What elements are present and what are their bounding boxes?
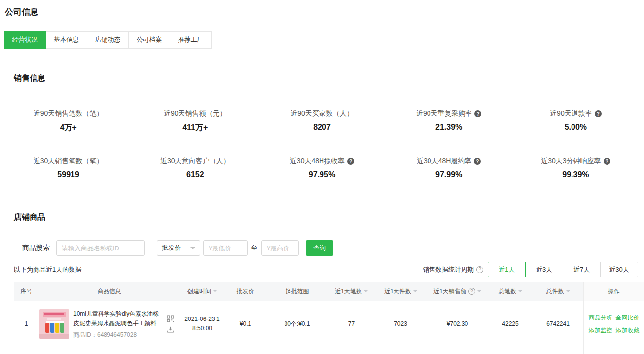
d1-items: 698 [375,347,427,354]
period-30day-button[interactable]: 近30天 [600,262,638,277]
stat-label: 近90天重复采购率 [416,109,472,118]
stat-label: 近90天销售额（元） [164,109,227,118]
help-icon[interactable] [474,158,481,165]
product-title[interactable]: 10ml儿童科学实验diy色素水油橡皮泥史莱姆水晶泥调色手工颜料 [73,309,163,328]
company-info-page: 公司信息 经营状况 基本信息 店铺动态 公司档案 推荐工厂 销售信息 近90天销… [0,0,644,354]
total-items: 752236 [533,347,583,354]
stat-30d-order-count: 近30天销售笔数（笔） 59919 [5,156,132,179]
product-image[interactable] [39,309,69,339]
help-icon[interactable] [604,158,610,165]
col-header-product-info: 商品信息 [38,282,180,301]
price-type-value: 批发价 [162,244,181,252]
actions-cell: 商品分析 全网比价 添加监控 添加收藏 [583,347,644,354]
search-input[interactable] [56,240,145,256]
sort-caret-icon[interactable] [566,290,570,294]
row-index: 1 [14,301,38,347]
col-header-created-time[interactable]: 创建时间 [180,282,224,301]
product-info-cell: 10ml儿童科学实验diy色素水油橡皮泥史莱姆水晶泥调色手工颜料 商品ID：64… [38,301,180,347]
stat-value: 4万+ [5,123,132,133]
stats-row-30d: 近30天销售笔数（笔） 59919 近30天意向客户（人） 6152 近30天4… [0,145,644,192]
col-header-index: 序号 [14,282,38,301]
page-title: 公司信息 [5,6,636,18]
period-3day-button[interactable]: 近3天 [525,262,563,277]
product-search-bar: 商品搜索 批发价 至 查询 [22,240,630,256]
stat-value: 97.99% [386,170,512,179]
col-header-wholesale-price: 批发价 [224,282,266,301]
to-label: 至 [251,244,258,252]
sort-caret-icon[interactable] [213,290,217,294]
product-id: 商品ID：648946457028 [73,331,163,339]
max-price-input[interactable] [261,240,299,256]
table-row: 1 10 [14,301,644,347]
stat-30d-3min-response-rate: 近30天3分钟响应率 99.39% [512,156,639,179]
help-icon[interactable] [347,158,354,165]
moq-range: 30个:¥0.1 [266,301,328,347]
min-price-input[interactable] [203,240,248,256]
download-icon[interactable] [167,326,174,333]
stat-label: 近30天销售笔数（笔） [34,157,104,166]
product-analysis-link[interactable]: 商品分析 [589,314,612,322]
d1-sales: ¥702.30 [427,301,488,347]
stat-value: 5.00% [512,123,639,132]
help-icon[interactable] [476,266,483,273]
price-type-select[interactable]: 批发价 [157,240,200,256]
price-compare-link[interactable]: 全网比价 [616,314,640,322]
col-header-1day-items[interactable]: 近1天件数 [375,282,427,301]
stat-value: 411万+ [132,123,258,133]
period-1day-button[interactable]: 近1天 [488,262,526,277]
tab-basic-info[interactable]: 基本信息 [45,31,87,49]
stat-30d-48h-fulfillment-rate: 近30天48H履约率 97.99% [386,156,512,179]
tab-business-status[interactable]: 经营状况 [4,31,46,49]
col-header-moq-range: 起批范围 [266,282,328,301]
product-info-cell: 儿童科学实验材料包小苏打柠檬酸色素碘伏甘油酚酞淀粉手工材料 [38,347,180,354]
qr-code-icon[interactable] [167,315,174,322]
divider [5,230,639,230]
stat-30d-intent-customers: 近30天意向客户（人） 6152 [132,156,258,179]
total-items: 6742241 [533,301,583,347]
table-row: 2 [14,347,644,354]
table-header-row: 序号 商品信息 创建时间 批发价 起批范围 近1天笔数 近1天件数 近1天销售额… [14,282,644,301]
tabbar: 经营状况 基本信息 店铺动态 公司档案 推荐工厂 [4,31,212,49]
col-header-1day-orders[interactable]: 近1天笔数 [328,282,375,301]
page-header: 公司信息 [0,0,644,24]
stat-90d-order-count: 近90天销售笔数（笔） 4万+ [5,109,132,133]
d1-items: 7023 [375,301,427,347]
sort-caret-icon[interactable] [477,290,481,294]
stat-label: 近30天意向客户（人） [160,157,230,166]
stat-value: 21.39% [386,123,512,132]
chevron-down-icon [190,247,195,252]
help-icon[interactable] [595,110,602,117]
add-monitor-link[interactable]: 添加监控 [589,326,612,335]
add-favorite-link[interactable]: 添加收藏 [616,326,640,335]
sort-caret-icon[interactable] [518,290,522,294]
col-header-total-items[interactable]: 总件数 [533,282,583,301]
period-7day-button[interactable]: 近7天 [563,262,601,277]
tab-company-archive[interactable]: 公司档案 [128,31,170,49]
row-index: 2 [14,347,38,354]
total-orders: 42225 [488,301,533,347]
d1-sales: ¥83.76 [427,347,488,354]
stat-90d-refund-rate: 近90天退款率 5.00% [512,109,639,133]
created-time: 2019-10-18 1 [180,347,224,354]
stat-label: 近90天买家数（人） [290,109,354,118]
sort-caret-icon[interactable] [413,290,417,294]
col-header-actions: 操作 [583,282,644,301]
d1-orders: 77 [328,301,375,347]
help-icon[interactable] [468,288,475,295]
stat-30d-48h-pickup-rate: 近30天48H揽收率 97.95% [258,156,385,179]
col-header-1day-sales[interactable]: 近1天销售额 [427,282,488,301]
stat-label: 近30天48H履约率 [417,157,471,166]
col-header-total-orders[interactable]: 总笔数 [488,282,533,301]
sort-caret-icon[interactable] [364,290,368,294]
query-button[interactable]: 查询 [306,240,333,256]
products-section-heading: 店铺商品 [14,212,630,223]
d1-orders: 101 [328,347,375,354]
wholesale-price: ¥0.1 [224,301,266,347]
tab-recommended-factory[interactable]: 推荐工厂 [170,31,212,49]
tab-shop-dynamics[interactable]: 店铺动态 [87,31,129,49]
stat-value: 97.95% [258,170,385,179]
product-table: 序号 商品信息 创建时间 批发价 起批范围 近1天笔数 近1天件数 近1天销售额… [14,282,644,354]
help-icon[interactable] [474,110,481,117]
period-label: 销售数据统计周期 [423,265,474,274]
note-row: 以下为商品近1天的数据 销售数据统计周期 近1天 近3天 近7天 近30天 [14,262,638,277]
